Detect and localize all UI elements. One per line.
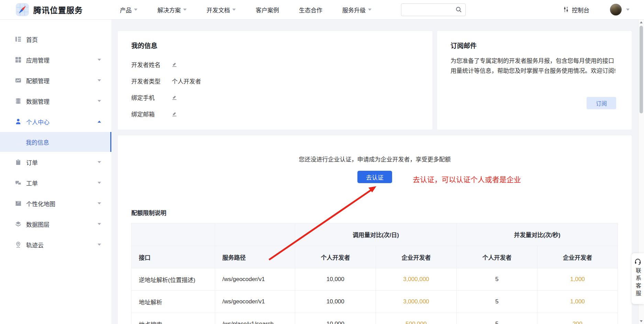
quota-section-title: 配额限制说明 xyxy=(131,208,166,217)
brand[interactable]: 腾讯位置服务 xyxy=(16,3,83,16)
location-pin-icon xyxy=(15,241,22,248)
sidebar-item-data[interactable]: 数据管理 xyxy=(0,91,111,111)
chevron-down-icon xyxy=(183,9,187,11)
sidebar-item-custom-map[interactable]: 个性化地图 xyxy=(0,193,111,214)
sidebar-item-home[interactable]: 首页 xyxy=(0,29,111,49)
quota-table: 调用量对比(次/日) 并发量对比(次/秒) 接口 服务路径 个人开发者 企业开发… xyxy=(131,223,618,324)
quota-card: 您还没进行企业认证，申请成为企业开发者，享受更多配额 去认证 去认证，可以认证个… xyxy=(118,135,632,324)
developer-type-value: 个人开发者 xyxy=(172,77,201,85)
nav-item-upgrade[interactable]: 服务升级 xyxy=(342,5,371,14)
sliders-icon xyxy=(563,7,569,13)
nav-menu: 产品 解决方案 开发文档 客户案例 生态合作 服务升级 xyxy=(120,5,371,14)
scrollbar-thumb[interactable] xyxy=(640,26,643,113)
col-header-path: 服务路径 xyxy=(215,246,295,268)
group-header-daily-calls: 调用量对比(次/日) xyxy=(295,223,457,246)
sidebar-item-orders[interactable]: 订单 xyxy=(0,152,111,172)
chevron-down-icon xyxy=(98,202,101,204)
table-row: 地点搜索 /ws/place/v1/search 10,000 500,000 … xyxy=(132,313,618,324)
scroll-up-arrow-icon[interactable] xyxy=(640,21,643,23)
sidebar-item-tickets[interactable]: 工单 xyxy=(0,172,111,193)
chevron-down-icon xyxy=(232,9,236,11)
avatar[interactable] xyxy=(610,4,622,15)
subscribe-card: 订阅邮件 为您准备了专属定制的开发者服务月报，包含您每月使用的接口用量统计等信息… xyxy=(437,31,632,130)
chevron-down-icon xyxy=(98,79,101,81)
sidebar-item-layers[interactable]: 数据图层 xyxy=(0,214,111,234)
user-icon xyxy=(15,118,22,125)
table-row: 地址解析 /ws/geocoder/v1 10,000 3,000,000 5 … xyxy=(132,291,618,313)
main-content: 我的信息 开发者姓名 开发者类型 个人开发者 绑定手机 xyxy=(111,20,644,324)
map-icon xyxy=(15,200,22,207)
chevron-down-icon xyxy=(98,100,101,102)
col-header-enterprise: 企业开发者 xyxy=(376,246,457,268)
compass-logo-icon xyxy=(16,3,29,16)
subscribe-description: 为您准备了专属定制的开发者服务月报，包含您每月使用的接口用量统计等信息，帮助您及… xyxy=(451,56,616,76)
chevron-down-icon xyxy=(626,9,630,11)
console-link[interactable]: 控制台 xyxy=(563,5,589,14)
grid-icon xyxy=(15,56,22,63)
sidebar-subitem-my-info[interactable]: 我的信息 xyxy=(0,132,111,152)
table-header-row: 接口 服务路径 个人开发者 企业开发者 个人开发者 企业开发者 xyxy=(132,246,618,268)
contact-support-tab[interactable]: 联系客服 xyxy=(632,253,644,304)
table-group-header-row: 调用量对比(次/日) 并发量对比(次/秒) xyxy=(132,223,618,246)
col-header-personal: 个人开发者 xyxy=(457,246,537,268)
chevron-down-icon xyxy=(134,9,137,11)
layers-icon xyxy=(15,221,22,227)
chevron-down-icon xyxy=(98,223,101,225)
chart-icon xyxy=(15,77,22,84)
chevron-up-icon xyxy=(98,121,101,123)
profile-row-type: 开发者类型 个人开发者 xyxy=(131,72,432,89)
sidebar: 首页 应用管理 配额管理 xyxy=(0,20,111,324)
subscribe-button[interactable]: 订阅 xyxy=(587,97,616,109)
col-header-interface: 接口 xyxy=(132,246,215,268)
go-certify-button[interactable]: 去认证 xyxy=(357,171,392,183)
col-header-enterprise: 企业开发者 xyxy=(537,246,618,268)
clipboard-icon xyxy=(15,159,22,166)
nav-item-docs[interactable]: 开发文档 xyxy=(207,5,236,14)
top-navbar: 腾讯位置服务 产品 解决方案 开发文档 客户案例 生态合作 服务升级 xyxy=(0,0,644,20)
col-header-personal: 个人开发者 xyxy=(295,246,376,268)
profile-row-email: 绑定邮箱 xyxy=(131,105,432,122)
sidebar-item-track-cloud[interactable]: 轨迹云 xyxy=(0,234,111,255)
chevron-down-icon xyxy=(98,182,101,184)
certification-notice: 您还没进行企业认证，申请成为企业开发者，享受更多配额 xyxy=(118,135,632,163)
profile-row-name: 开发者姓名 xyxy=(131,56,432,72)
database-icon xyxy=(15,98,22,104)
chevron-down-icon xyxy=(368,9,371,11)
sidebar-item-quota[interactable]: 配额管理 xyxy=(0,70,111,91)
profile-row-phone: 绑定手机 xyxy=(131,89,432,105)
chat-icon xyxy=(15,179,22,186)
sidebar-item-profile[interactable]: 个人中心 xyxy=(0,111,111,132)
search-box[interactable] xyxy=(401,3,466,16)
nav-item-solutions[interactable]: 解决方案 xyxy=(157,5,187,14)
chevron-down-icon xyxy=(98,161,101,163)
nav-item-ecosystem[interactable]: 生态合作 xyxy=(299,5,322,14)
profile-card: 我的信息 开发者姓名 开发者类型 个人开发者 绑定手机 xyxy=(118,31,432,130)
edit-icon[interactable] xyxy=(172,62,177,67)
search-input[interactable] xyxy=(406,7,455,13)
edit-icon[interactable] xyxy=(172,95,177,100)
headset-icon xyxy=(634,258,642,265)
support-label: 联系客服 xyxy=(634,268,642,298)
chevron-down-icon xyxy=(98,244,101,246)
profile-card-title: 我的信息 xyxy=(131,41,432,50)
chevron-down-icon xyxy=(98,59,101,61)
search-icon[interactable] xyxy=(455,6,462,13)
scroll-down-arrow-icon[interactable] xyxy=(640,320,643,322)
group-header-concurrency: 并发量对比(次/秒) xyxy=(457,223,618,246)
sidebar-item-apps[interactable]: 应用管理 xyxy=(0,49,111,70)
list-icon xyxy=(15,36,22,43)
nav-item-products[interactable]: 产品 xyxy=(120,5,137,14)
edit-icon[interactable] xyxy=(172,111,177,116)
user-menu[interactable] xyxy=(610,4,630,15)
brand-title: 腾讯位置服务 xyxy=(33,4,83,15)
nav-item-cases[interactable]: 客户案例 xyxy=(256,5,279,14)
subscribe-card-title: 订阅邮件 xyxy=(451,41,616,50)
table-row: 逆地址解析(位置描述) /ws/geocoder/v1 10,000 3,000… xyxy=(132,268,618,291)
red-annotation-text: 去认证，可以认证个人或者是企业 xyxy=(413,174,521,184)
